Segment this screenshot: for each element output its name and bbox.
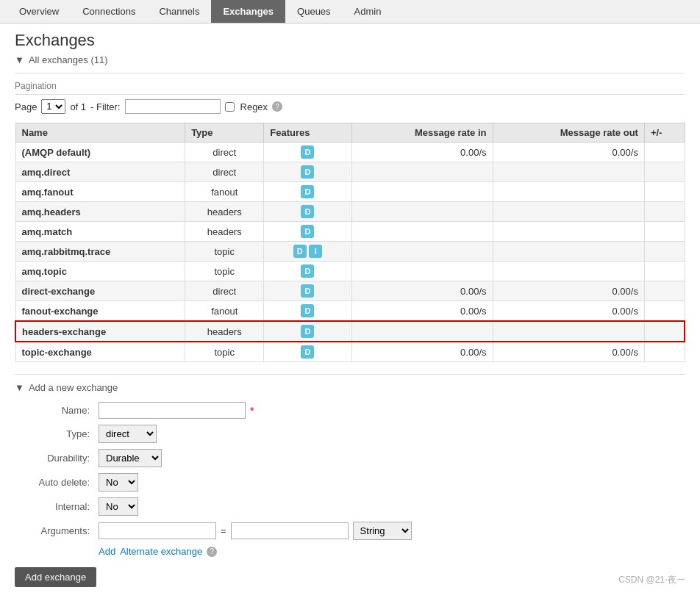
cell-plus-minus[interactable] — [644, 301, 685, 322]
arg-val-input[interactable] — [231, 522, 349, 539]
nav-item-connections[interactable]: Connections — [71, 0, 147, 23]
cell-name: amq.headers — [15, 202, 185, 222]
cell-plus-minus[interactable] — [644, 143, 685, 162]
cell-rate-in: 0.00/s — [351, 143, 493, 162]
feature-badge-d: D — [301, 145, 314, 159]
arg-eq: = — [221, 525, 226, 536]
feature-badge-d: D — [301, 205, 314, 218]
feature-badge-d: D — [301, 304, 314, 317]
table-row[interactable]: amq.topictopicD — [15, 262, 685, 281]
table-row[interactable]: amq.fanoutfanoutD — [15, 182, 685, 202]
col-name: Name — [15, 123, 185, 143]
nav-item-exchanges[interactable]: Exchanges — [211, 0, 285, 23]
table-header-row: Name Type Features Message rate in Messa… — [15, 123, 685, 143]
watermark: CSDN @21-夜一 — [618, 574, 685, 586]
cell-type: fanout — [185, 301, 264, 322]
arguments-label: Arguments: — [15, 525, 96, 536]
arg-key-input[interactable] — [99, 522, 216, 539]
cell-plus-minus[interactable] — [644, 281, 685, 301]
cell-plus-minus[interactable] — [644, 342, 685, 362]
type-select[interactable]: directfanoutheaderstopic — [99, 425, 157, 443]
internal-label: Internal: — [15, 501, 96, 512]
cell-features: D — [264, 321, 351, 342]
filter-input[interactable] — [125, 99, 221, 114]
cell-plus-minus[interactable] — [644, 242, 685, 262]
add-triangle-icon: ▼ — [15, 382, 24, 393]
regex-help-icon[interactable]: ? — [272, 101, 282, 112]
nav-item-admin[interactable]: Admin — [343, 0, 393, 23]
table-row[interactable]: amq.rabbitmq.tracetopicD I — [15, 242, 685, 262]
filter-label: - Filter: — [90, 101, 120, 112]
durability-select[interactable]: DurableTransient — [99, 449, 162, 467]
table-row[interactable]: topic-exchangetopicD 0.00/s0.00/s — [15, 342, 685, 362]
cell-plus-minus[interactable] — [644, 202, 685, 222]
cell-name: fanout-exchange — [15, 301, 185, 322]
cell-type: headers — [185, 222, 264, 242]
nav-item-queues[interactable]: Queues — [285, 0, 343, 23]
add-exchange-header[interactable]: ▼ Add a new exchange — [15, 382, 685, 393]
page-select[interactable]: 1 — [41, 99, 65, 114]
cell-name: amq.rabbitmq.trace — [15, 242, 185, 262]
cell-type: topic — [185, 242, 264, 262]
name-label: Name: — [15, 405, 96, 416]
nav-item-overview[interactable]: Overview — [7, 0, 71, 23]
col-plus-minus: +/- — [644, 123, 685, 143]
cell-rate-in — [351, 321, 493, 342]
regex-label: Regex — [240, 101, 268, 112]
cell-features: D — [264, 222, 351, 242]
arg-type-select[interactable]: StringNumberBoolean — [353, 522, 412, 540]
feature-badge-d: D — [301, 325, 314, 338]
table-row[interactable]: headers-exchangeheadersD — [15, 321, 685, 342]
internal-select[interactable]: NoYes — [99, 497, 138, 516]
cell-plus-minus[interactable] — [644, 182, 685, 202]
type-control: directfanoutheaderstopic — [99, 425, 412, 443]
cell-type: direct — [185, 143, 264, 162]
cell-features: D — [264, 262, 351, 281]
table-row[interactable]: (AMQP default)directD 0.00/s0.00/s — [15, 143, 685, 162]
col-rate-out: Message rate out — [493, 123, 644, 143]
cell-name: amq.match — [15, 222, 185, 242]
cell-features: D — [264, 143, 351, 162]
cell-features: D — [264, 301, 351, 322]
pagination-controls: Page 1 of 1 - Filter: Regex ? — [15, 99, 685, 114]
cell-features: D — [264, 162, 351, 182]
feature-badge-d: D — [301, 225, 314, 238]
table-row[interactable]: fanout-exchangefanoutD 0.00/s0.00/s — [15, 301, 685, 322]
col-rate-in: Message rate in — [351, 123, 493, 143]
cell-rate-in — [351, 202, 493, 222]
table-header: Name Type Features Message rate in Messa… — [15, 123, 685, 143]
alternate-exchange-link[interactable]: Alternate exchange — [120, 546, 202, 557]
auto-delete-select[interactable]: NoYes — [99, 473, 138, 492]
cell-rate-out — [493, 262, 644, 281]
cell-plus-minus[interactable] — [644, 162, 685, 182]
cell-type: topic — [185, 262, 264, 281]
regex-checkbox[interactable] — [225, 102, 235, 112]
cell-name: amq.topic — [15, 262, 185, 281]
cell-rate-in: 0.00/s — [351, 301, 493, 322]
cell-name: topic-exchange — [15, 342, 185, 362]
durability-label: Durability: — [15, 453, 96, 464]
name-input[interactable] — [99, 402, 246, 419]
name-control: * — [99, 402, 412, 419]
table-row[interactable]: amq.headersheadersD — [15, 202, 685, 222]
exchanges-table: Name Type Features Message rate in Messa… — [15, 123, 685, 362]
cell-plus-minus[interactable] — [644, 262, 685, 281]
feature-badge-d: D — [301, 185, 314, 198]
add-exchange-button[interactable]: Add exchange — [15, 567, 96, 587]
add-exchange-section: ▼ Add a new exchange Name: * Type: direc… — [15, 382, 685, 587]
table-row[interactable]: amq.directdirectD — [15, 162, 685, 182]
table-row[interactable]: direct-exchangedirectD 0.00/s0.00/s — [15, 281, 685, 301]
add-link[interactable]: Add — [99, 546, 115, 557]
cell-type: fanout — [185, 182, 264, 202]
auto-delete-control: NoYes — [99, 473, 412, 492]
add-links: Add Alternate exchange ? — [99, 546, 412, 557]
alternate-help-icon[interactable]: ? — [207, 547, 217, 557]
cell-plus-minus[interactable] — [644, 321, 685, 342]
cell-rate-out: 0.00/s — [493, 281, 644, 301]
table-row[interactable]: amq.matchheadersD — [15, 222, 685, 242]
cell-features: D I — [264, 242, 351, 262]
cell-plus-minus[interactable] — [644, 222, 685, 242]
cell-rate-in: 0.00/s — [351, 342, 493, 362]
nav-item-channels[interactable]: Channels — [147, 0, 211, 23]
all-exchanges-header[interactable]: ▼ All exchanges (11) — [15, 54, 685, 65]
